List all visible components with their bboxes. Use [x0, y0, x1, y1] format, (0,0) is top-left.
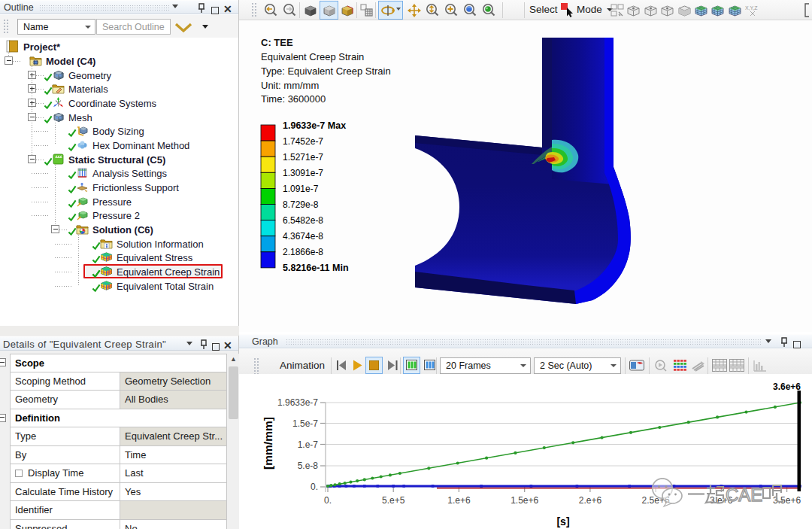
svg-text:3.6e+6: 3.6e+6 [773, 382, 801, 392]
svg-text:1.e+6: 1.e+6 [447, 495, 471, 506]
svg-text:[s]: [s] [556, 515, 569, 527]
svg-text:1.9633e-7: 1.9633e-7 [277, 397, 318, 408]
svg-text:5.e+5: 5.e+5 [382, 495, 405, 506]
svg-text:CAE: CAE [726, 485, 762, 505]
svg-text:[mm/mm]: [mm/mm] [262, 417, 274, 470]
svg-text:0.: 0. [324, 495, 332, 506]
svg-text:X,Y,Z: X,Y,Z [745, 5, 758, 11]
svg-text:5.e-8: 5.e-8 [298, 461, 319, 471]
svg-text:1.5e+6: 1.5e+6 [511, 495, 538, 506]
svg-text:1.e-7: 1.e-7 [298, 439, 319, 450]
svg-text:0.: 0. [311, 482, 318, 492]
svg-text:1.5e-7: 1.5e-7 [292, 418, 318, 429]
svg-text:2.e+6: 2.e+6 [579, 495, 602, 506]
